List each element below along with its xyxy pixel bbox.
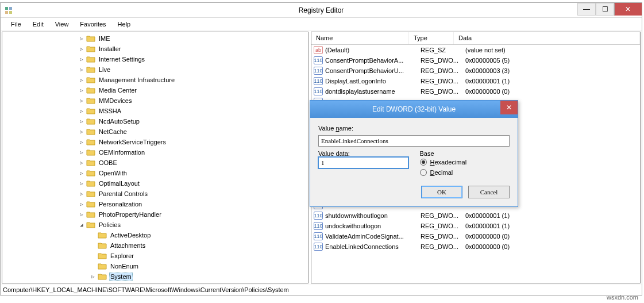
- cancel-button[interactable]: Cancel: [468, 186, 510, 198]
- svg-rect-3: [9, 11, 12, 14]
- tree-item[interactable]: ▷MMDevices: [2, 95, 306, 106]
- tree-item[interactable]: ▷Media Center: [2, 85, 306, 95]
- tree-item[interactable]: ▷Personalization: [2, 199, 306, 209]
- folder-icon: [86, 148, 95, 156]
- folder-icon: [86, 283, 95, 283]
- tree-item[interactable]: ▷IME: [2, 33, 306, 44]
- ok-button[interactable]: OK: [421, 186, 462, 198]
- expand-icon[interactable]: ▷: [77, 118, 86, 124]
- edit-dword-dialog: Edit DWORD (32-bit) Value ✕ Value name: …: [310, 100, 518, 207]
- close-button[interactable]: ✕: [614, 3, 642, 16]
- value-name-input[interactable]: [318, 135, 510, 147]
- watermark: wsxdn.com: [607, 294, 638, 301]
- list-row[interactable]: 110dontdisplaylastusernameREG_DWO...0x00…: [311, 86, 640, 97]
- tree-item[interactable]: ▷NetCache: [2, 126, 306, 137]
- folder-icon: [86, 169, 95, 177]
- tree-item[interactable]: ▷NetworkServiceTriggers: [2, 137, 306, 147]
- tree-item[interactable]: ◢Policies: [2, 220, 306, 230]
- folder-icon: [86, 221, 95, 229]
- menu-help[interactable]: Help: [113, 20, 136, 29]
- tree-item[interactable]: ▷NcdAutoSetup: [2, 116, 306, 126]
- header-name[interactable]: Name: [311, 32, 409, 44]
- expand-icon[interactable]: ▷: [77, 87, 86, 93]
- folder-icon: [98, 262, 107, 270]
- folder-icon: [86, 190, 95, 198]
- status-bar: Computer\HKEY_LOCAL_MACHINE\SOFTWARE\Mic…: [1, 285, 642, 295]
- minimize-button[interactable]: —: [577, 3, 596, 16]
- folder-icon: [86, 159, 95, 167]
- list-row[interactable]: 110ValidateAdminCodeSignat...REG_DWO...0…: [311, 231, 640, 241]
- expand-icon[interactable]: ▷: [77, 191, 86, 197]
- expand-icon[interactable]: ▷: [77, 36, 86, 41]
- expand-icon[interactable]: ▷: [77, 212, 86, 217]
- list-row[interactable]: 110ConsentPromptBehaviorA...REG_DWO...0x…: [311, 55, 640, 66]
- expand-icon[interactable]: ▷: [77, 149, 86, 155]
- header-data[interactable]: Data: [454, 32, 640, 44]
- expand-icon[interactable]: ▷: [88, 274, 98, 279]
- expand-icon[interactable]: ▷: [77, 139, 86, 145]
- maximize-button[interactable]: ☐: [596, 3, 614, 16]
- folder-icon: [86, 128, 95, 136]
- dialog-title: Edit DWORD (32-bit) Value ✕: [310, 101, 518, 118]
- expand-icon[interactable]: ▷: [77, 56, 86, 62]
- folder-icon: [98, 252, 107, 260]
- collapse-icon[interactable]: ◢: [77, 222, 86, 228]
- base-label: Base: [420, 150, 510, 157]
- tree-item[interactable]: ▷PhotoPropertyHandler: [2, 209, 306, 220]
- string-icon: ab: [314, 46, 323, 54]
- window-title: Registry Editor: [1, 6, 642, 14]
- folder-icon: [98, 273, 107, 281]
- expand-icon[interactable]: ▷: [77, 77, 86, 83]
- dialog-close-button[interactable]: ✕: [500, 101, 518, 114]
- expand-icon[interactable]: ▷: [77, 170, 86, 176]
- radio-decimal[interactable]: Decimal: [420, 167, 510, 178]
- list-row[interactable]: ab(Default)REG_SZ(value not set): [311, 45, 640, 55]
- svg-rect-0: [5, 7, 8, 10]
- menu-edit[interactable]: Edit: [28, 20, 48, 29]
- tree-item[interactable]: ▷MSSHA: [2, 106, 306, 116]
- tree-item[interactable]: ▷Internet Settings: [2, 54, 306, 64]
- expand-icon[interactable]: ▷: [77, 98, 86, 103]
- expand-icon[interactable]: ▷: [77, 160, 86, 166]
- list-row[interactable]: 110DisplayLastLogonInfoREG_DWO...0x00000…: [311, 76, 640, 86]
- tree-item[interactable]: NonEnum: [2, 261, 306, 271]
- expand-icon[interactable]: ▷: [77, 181, 86, 186]
- tree-item[interactable]: Explorer: [2, 251, 306, 261]
- list-row[interactable]: 110shutdownwithoutlogonREG_DWO...0x00000…: [311, 210, 640, 221]
- list-row[interactable]: 110ConsentPromptBehaviorU...REG_DWO...0x…: [311, 66, 640, 76]
- tree-item[interactable]: ▷Parental Controls: [2, 189, 306, 199]
- tree-item[interactable]: ▷System: [2, 271, 306, 282]
- dword-icon: 110: [314, 67, 323, 75]
- folder-icon: [86, 210, 95, 218]
- tree-item[interactable]: PowerEfficiencyDiagnostics: [2, 282, 306, 283]
- folder-icon: [86, 97, 95, 105]
- expand-icon[interactable]: ▷: [77, 67, 86, 72]
- tree-item[interactable]: ▷Installer: [2, 44, 306, 54]
- radio-hexadecimal[interactable]: Hexadecimal: [420, 157, 510, 167]
- list-row[interactable]: 110EnableLinkedConnectionsREG_DWO...0x00…: [311, 241, 640, 252]
- tree-item[interactable]: ▷OOBE: [2, 158, 306, 168]
- menu-favorites[interactable]: Favorites: [75, 20, 110, 29]
- tree-item[interactable]: Attachments: [2, 240, 306, 251]
- menu-file[interactable]: File: [6, 20, 26, 29]
- tree-item[interactable]: ActiveDesktop: [2, 230, 306, 240]
- tree-item[interactable]: ▷Live: [2, 64, 306, 75]
- menu-view[interactable]: View: [51, 20, 74, 29]
- tree-item[interactable]: ▷OptimalLayout: [2, 178, 306, 189]
- list-row[interactable]: 110undockwithoutlogonREG_DWO...0x0000000…: [311, 221, 640, 231]
- dword-icon: 110: [314, 222, 323, 230]
- value-data-input[interactable]: [318, 157, 408, 168]
- folder-icon: [86, 107, 95, 115]
- expand-icon[interactable]: ▷: [77, 108, 86, 114]
- header-type[interactable]: Type: [409, 32, 454, 44]
- expand-icon[interactable]: ▷: [77, 46, 86, 52]
- folder-icon: [86, 86, 95, 94]
- svg-rect-2: [5, 11, 8, 14]
- tree-item[interactable]: ▷OpenWith: [2, 168, 306, 178]
- expand-icon[interactable]: ▷: [77, 129, 86, 135]
- expand-icon[interactable]: ▷: [77, 201, 86, 207]
- tree-item[interactable]: ▷Management Infrastructure: [2, 75, 306, 85]
- tree-item[interactable]: ▷OEMInformation: [2, 147, 306, 158]
- tree-pane[interactable]: ▷IME▷Installer▷Internet Settings▷Live▷Ma…: [2, 32, 308, 283]
- dword-icon: 110: [314, 232, 323, 240]
